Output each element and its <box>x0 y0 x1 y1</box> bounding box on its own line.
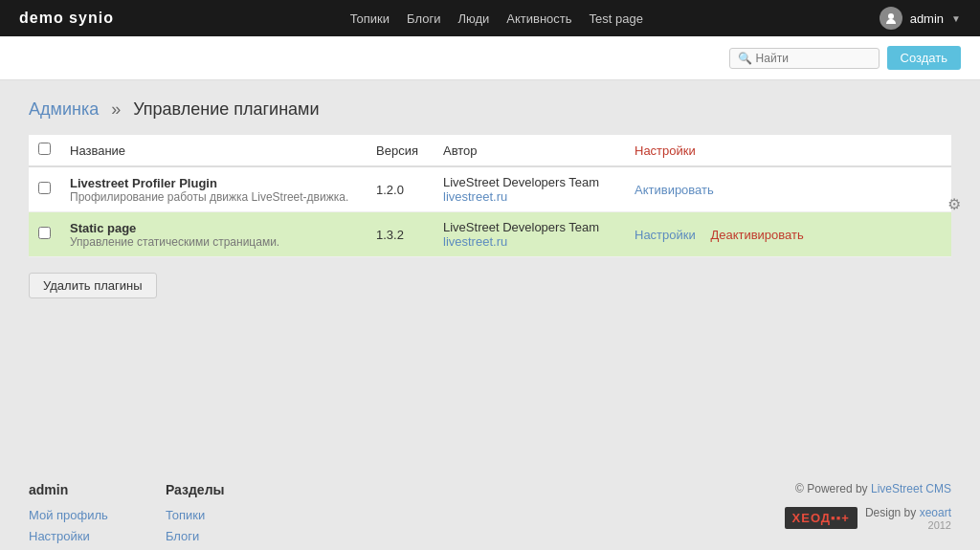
th-version: Версия <box>367 135 434 166</box>
top-nav: demo synio Топики Блоги Люди Активность … <box>0 0 980 36</box>
row1-select[interactable] <box>38 182 51 194</box>
row2-settings-link[interactable]: Настройки <box>635 228 696 242</box>
row1-checkbox <box>29 166 60 212</box>
row1-author: LiveStreet Developers Team livestreet.ru <box>434 166 625 212</box>
table-row: Static page Управление статическими стра… <box>29 212 951 257</box>
row2-version: 1.3.2 <box>367 212 434 257</box>
nav-testpage[interactable]: Test page <box>590 11 643 26</box>
xeoart-badge: ХЕОД▪▪+ Design by xeoart 2012 <box>785 505 951 531</box>
search-icon: 🔍 <box>738 52 752 65</box>
dropdown-arrow-icon[interactable]: ▼ <box>951 13 961 24</box>
footer-right: © Powered by LiveStreet CMS ХЕОД▪▪+ Desi… <box>785 482 951 550</box>
th-author: Автор <box>434 135 625 166</box>
user-name: admin <box>910 11 944 26</box>
row2-action: Настройки Деактивировать <box>625 212 951 257</box>
nav-people[interactable]: Люди <box>457 11 489 26</box>
row1-author-link[interactable]: livestreet.ru <box>443 189 507 204</box>
row2-author: LiveStreet Developers Team livestreet.ru <box>434 212 625 257</box>
main-content: ⚙ Админка » Управление плагинами Названи… <box>0 80 980 463</box>
footer: admin Мой профиль Настройки Создать Выхо… <box>0 463 980 550</box>
gear-icon[interactable]: ⚙ <box>947 196 961 212</box>
search-input[interactable] <box>756 52 871 65</box>
nav-blogs[interactable]: Блоги <box>407 11 440 26</box>
delete-plugins-button[interactable]: Удалить плагины <box>29 273 157 298</box>
xeoart-link[interactable]: xeoart <box>920 506 951 519</box>
row1-version: 1.2.0 <box>367 166 434 212</box>
breadcrumb-current: Управление плагинами <box>133 99 319 119</box>
search-wrap: 🔍 <box>729 48 880 69</box>
breadcrumb-separator: » <box>111 99 121 119</box>
user-avatar <box>880 7 902 30</box>
row1-activate-link[interactable]: Активировать <box>635 183 714 197</box>
row1-name: Livestreet Profiler Plugin Профилировани… <box>60 166 367 212</box>
row1-action: Активировать <box>625 166 951 212</box>
footer-settings[interactable]: Настройки <box>29 526 108 547</box>
user-area[interactable]: admin ▼ <box>880 7 961 30</box>
breadcrumb-admin-link[interactable]: Админка <box>29 99 99 119</box>
footer-user-section: admin Мой профиль Настройки Создать Выхо… <box>29 482 108 550</box>
footer-user-title: admin <box>29 482 108 497</box>
nav-links: Топики Блоги Люди Активность Test page <box>350 11 643 26</box>
gear-wrap: ⚙ <box>947 195 961 213</box>
row2-select[interactable] <box>38 227 51 239</box>
footer-my-profile[interactable]: Мой профиль <box>29 505 108 526</box>
table-row: Livestreet Profiler Plugin Профилировани… <box>29 166 951 212</box>
svg-point-0 <box>888 13 894 19</box>
th-name: Название <box>60 135 367 166</box>
footer-blogs[interactable]: Блоги <box>166 526 231 547</box>
breadcrumb: Админка » Управление плагинами <box>29 99 951 120</box>
row2-deactivate-link[interactable]: Деактивировать <box>710 228 803 242</box>
year: 2012 <box>865 519 951 531</box>
th-checkbox <box>29 135 60 166</box>
row2-checkbox <box>29 212 60 257</box>
footer-sections-title: Разделы <box>166 482 231 497</box>
th-settings: Настройки <box>625 135 951 166</box>
nav-topics[interactable]: Топики <box>350 11 390 26</box>
design-by: Design by xeoart <box>865 506 951 519</box>
livestreet-cms-link[interactable]: LiveStreet CMS <box>871 482 951 495</box>
site-logo: demo synio <box>19 10 114 27</box>
row2-name: Static page Управление статическими стра… <box>60 212 367 257</box>
footer-topics[interactable]: Топики <box>166 505 231 526</box>
select-all-checkbox[interactable] <box>38 143 51 155</box>
footer-sections: Разделы Топики Блоги Люди Активность <box>166 482 231 550</box>
create-button[interactable]: Создать <box>887 46 961 70</box>
nav-activity[interactable]: Активность <box>506 11 571 26</box>
xeo-logo: ХЕОД▪▪+ <box>785 507 858 529</box>
powered-by: © Powered by LiveStreet CMS <box>785 482 951 495</box>
plugin-table: Название Версия Автор Настройки Livestre… <box>29 135 951 257</box>
search-bar: 🔍 Создать <box>0 36 980 80</box>
row2-author-link[interactable]: livestreet.ru <box>443 234 507 249</box>
